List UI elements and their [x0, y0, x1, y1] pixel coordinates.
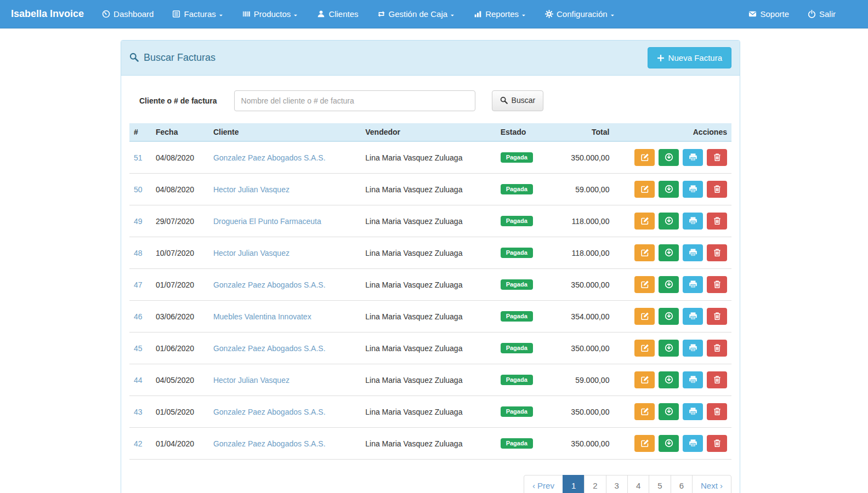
pagination-page-2[interactable]: 2 — [584, 475, 606, 493]
print-invoice-button[interactable] — [683, 276, 703, 293]
pagination-page-6[interactable]: 6 — [671, 475, 693, 493]
nav-item-productos[interactable]: Productos — [233, 1, 308, 27]
panel-title: Buscar Facturas — [129, 52, 215, 64]
client-link[interactable]: Gonzalez Paez Abogados S.A.S. — [213, 344, 326, 353]
client-link[interactable]: Drogueria El Punto Farmaceuta — [213, 217, 321, 226]
download-invoice-button[interactable] — [659, 213, 679, 230]
search-form: Cliente o # de factura Buscar — [139, 90, 731, 111]
delete-invoice-button[interactable] — [707, 181, 727, 198]
print-icon — [689, 153, 697, 162]
download-invoice-button[interactable] — [659, 435, 679, 452]
delete-invoice-button[interactable] — [707, 435, 727, 452]
edit-invoice-button[interactable] — [634, 308, 655, 325]
invoice-date: 10/07/2020 — [151, 237, 209, 269]
print-invoice-button[interactable] — [683, 435, 703, 452]
new-invoice-button[interactable]: Nueva Factura — [648, 47, 731, 68]
client-link[interactable]: Gonzalez Paez Abogados S.A.S. — [213, 280, 326, 289]
nav-item-configuracion[interactable]: Configuración — [536, 1, 625, 27]
pagination-page-3[interactable]: 3 — [606, 475, 628, 493]
download-invoice-button[interactable] — [659, 308, 679, 325]
edit-invoice-button[interactable] — [634, 213, 655, 230]
print-invoice-button[interactable] — [683, 340, 703, 357]
column-header-cliente: Cliente — [209, 123, 361, 141]
plus-icon — [657, 52, 665, 64]
delete-invoice-button[interactable] — [707, 403, 727, 420]
delete-invoice-button[interactable] — [707, 276, 727, 293]
invoice-number-link[interactable]: 42 — [134, 439, 143, 448]
nav-item-soporte[interactable]: Soporte — [739, 1, 798, 27]
invoice-date: 29/07/2020 — [151, 205, 209, 237]
delete-invoice-button[interactable] — [707, 371, 727, 388]
nav-item-facturas[interactable]: Facturas — [163, 1, 232, 27]
page-background: Buscar Facturas Nueva Factura Cliente o … — [0, 28, 868, 493]
print-icon — [689, 216, 697, 226]
invoice-number-link[interactable]: 44 — [134, 376, 143, 385]
nav-item-gestion-de-caja[interactable]: Gestión de Caja — [368, 1, 465, 27]
delete-invoice-button[interactable] — [707, 308, 727, 325]
client-link[interactable]: Gonzalez Paez Abogados S.A.S. — [213, 153, 326, 162]
search-input[interactable] — [234, 90, 475, 111]
print-invoice-button[interactable] — [683, 244, 703, 261]
invoice-number-link[interactable]: 46 — [134, 312, 143, 321]
client-link[interactable]: Gonzalez Paez Abogados S.A.S. — [213, 439, 326, 448]
download-invoice-button[interactable] — [659, 371, 679, 388]
edit-invoice-button[interactable] — [634, 403, 655, 420]
nav-item-reportes[interactable]: Reportes — [464, 1, 536, 27]
client-link[interactable]: Gonzalez Paez Abogados S.A.S. — [213, 408, 326, 416]
pagination-page-4[interactable]: 4 — [627, 475, 649, 493]
invoice-number-link[interactable]: 49 — [134, 217, 143, 226]
print-invoice-button[interactable] — [683, 149, 703, 166]
invoice-number-link[interactable]: 51 — [134, 153, 143, 162]
invoice-number-link[interactable]: 50 — [134, 185, 143, 194]
download-invoice-button[interactable] — [659, 244, 679, 261]
download-icon — [665, 185, 673, 194]
invoice-total: 350.000,00 — [559, 269, 614, 301]
delete-invoice-button[interactable] — [707, 213, 727, 230]
invoice-number-link[interactable]: 43 — [134, 408, 143, 416]
brand-logo[interactable]: Isabella Invoice — [11, 8, 84, 20]
edit-invoice-button[interactable] — [634, 435, 655, 452]
edit-invoice-button[interactable] — [634, 340, 655, 357]
download-invoice-button[interactable] — [659, 149, 679, 166]
panel-title-text: Buscar Facturas — [144, 52, 215, 64]
pagination-page-5[interactable]: 5 — [649, 475, 671, 493]
search-icon — [500, 95, 508, 106]
edit-invoice-button[interactable] — [634, 181, 655, 198]
client-link[interactable]: Muebles Valentina Innovatex — [213, 312, 311, 321]
delete-invoice-button[interactable] — [707, 340, 727, 357]
print-invoice-button[interactable] — [683, 403, 703, 420]
vendor-name: Lina Maria Vasquez Zuluaga — [361, 396, 496, 428]
download-invoice-button[interactable] — [659, 403, 679, 420]
print-invoice-button[interactable] — [683, 181, 703, 198]
invoice-number-link[interactable]: 45 — [134, 344, 143, 353]
print-icon — [689, 280, 697, 289]
trash-icon — [713, 312, 722, 321]
print-invoice-button[interactable] — [683, 308, 703, 325]
edit-invoice-button[interactable] — [634, 371, 655, 388]
nav-item-dashboard[interactable]: Dashboard — [93, 1, 163, 27]
search-button[interactable]: Buscar — [492, 90, 544, 111]
edit-invoice-button[interactable] — [634, 244, 655, 261]
download-invoice-button[interactable] — [659, 181, 679, 198]
client-link[interactable]: Hector Julian Vasquez — [213, 249, 290, 257]
pagination-next[interactable]: Next › — [692, 475, 731, 493]
nav-item-clientes[interactable]: Clientes — [308, 1, 367, 27]
print-icon — [689, 185, 697, 194]
print-invoice-button[interactable] — [683, 371, 703, 388]
download-invoice-button[interactable] — [659, 340, 679, 357]
client-link[interactable]: Hector Julian Vasquez — [213, 185, 290, 194]
edit-invoice-button[interactable] — [634, 276, 655, 293]
invoice-total: 118.000,00 — [559, 237, 614, 269]
invoice-number-link[interactable]: 47 — [134, 280, 143, 289]
invoice-date: 04/08/2020 — [151, 174, 209, 205]
pagination-page-1[interactable]: 1 — [563, 475, 585, 493]
edit-invoice-button[interactable] — [634, 149, 655, 166]
download-invoice-button[interactable] — [659, 276, 679, 293]
print-invoice-button[interactable] — [683, 213, 703, 230]
client-link[interactable]: Hector Julian Vasquez — [213, 376, 290, 385]
nav-item-salir[interactable]: Salir — [798, 1, 845, 27]
delete-invoice-button[interactable] — [707, 149, 727, 166]
delete-invoice-button[interactable] — [707, 244, 727, 261]
invoice-number-link[interactable]: 48 — [134, 249, 143, 257]
pagination-prev[interactable]: ‹ Prev — [524, 475, 563, 493]
